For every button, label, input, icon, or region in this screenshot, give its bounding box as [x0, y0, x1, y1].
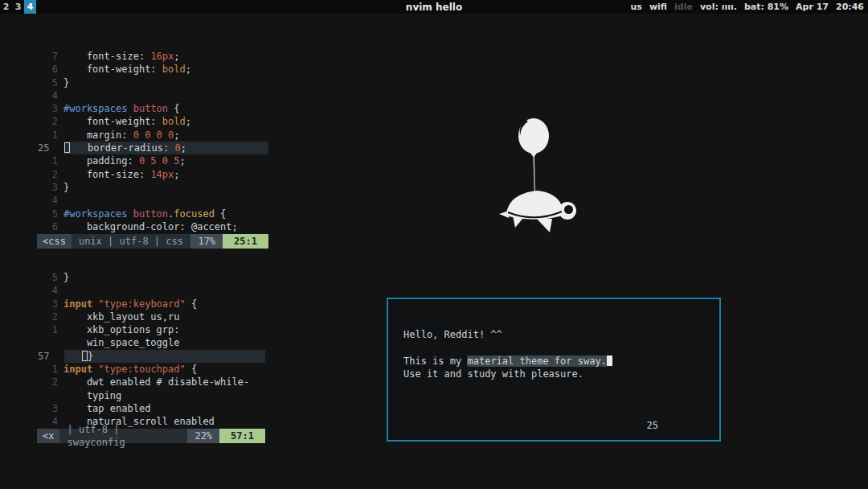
code-text: #workspaces button.focused {: [63, 208, 268, 220]
code-line: 3 tap enabled: [37, 402, 265, 415]
terminal-line-blank: [403, 341, 719, 354]
status-item: bat: 81%: [744, 2, 788, 12]
line-number: [37, 389, 63, 402]
code-line: 1 xkb_options grp:: [37, 323, 265, 336]
code-text: xkb_layout us,ru: [63, 310, 265, 323]
statusline-position: 25:1: [223, 234, 268, 249]
line-number: [37, 336, 63, 349]
statusline-percent: 17%: [190, 234, 223, 249]
line-number: 1: [37, 363, 63, 376]
line-number: 57: [37, 350, 64, 363]
desktop: 234 nvim hello uswifiidlevol: ıııı.bat: …: [0, 0, 868, 489]
code-line: win_space_toggle: [37, 336, 265, 349]
statusline-fileinfo: unix | utf-8 | css: [72, 234, 191, 249]
code-text: }: [63, 271, 265, 284]
code-line: 2 font-weight: bold;: [37, 115, 268, 128]
line-number: 2: [37, 115, 63, 128]
turtle-tail: [499, 211, 509, 218]
code-text: [63, 89, 268, 102]
code-line: 3#workspaces button {: [37, 102, 268, 115]
code-text: xkb_options grp:: [63, 323, 265, 336]
turtle-front-flipper: [535, 217, 552, 232]
code-text: border-radius: 0;: [64, 142, 268, 154]
vim-statusline: <x| utf-8 | swayconfig22%57:1: [37, 429, 265, 443]
code-line: 3input "type:keyboard" {: [37, 298, 265, 310]
code-line: 3}: [37, 181, 268, 194]
line-number: 4: [37, 284, 63, 297]
terminal-count: 25: [647, 420, 658, 431]
code-line: 1 padding: 0 5 0 5;: [37, 154, 268, 167]
code-text: font-weight: bold;: [63, 63, 268, 76]
statusline-position: 57:1: [219, 429, 265, 443]
line2-prefix: This is my: [403, 355, 467, 367]
line-number: 4: [37, 89, 63, 102]
workspace-button-2[interactable]: 2: [0, 0, 12, 14]
code-text: background-color: @accent;: [63, 220, 268, 233]
code-text: [63, 194, 268, 207]
vim-window-css[interactable]: 7 font-size: 16px;6 font-weight: bold;5}…: [37, 50, 268, 249]
terminal-line: This is my material theme for sway.: [403, 355, 719, 368]
line-number: 1: [37, 154, 63, 167]
code-text: font-size: 16px;: [63, 50, 268, 63]
line-number: 6: [37, 63, 63, 76]
code-line: typing: [37, 389, 265, 402]
line-number: 5: [37, 271, 63, 284]
code-text: }: [63, 76, 268, 89]
line-number: 1: [37, 129, 63, 142]
vim-window-swayconfig[interactable]: 5}43input "type:keyboard" {2 xkb_layout …: [37, 271, 265, 443]
line-number: 2: [37, 310, 63, 323]
workspace-button-3[interactable]: 3: [12, 0, 24, 14]
code-line: 5#workspaces button.focused {: [37, 208, 268, 220]
status-item: vol: ıııı.: [700, 2, 737, 12]
code-line: 1input "type:touchpad" {: [37, 363, 265, 376]
turtle-balloon-logo: [482, 107, 587, 240]
code-line: 25 border-radius: 0;: [37, 142, 268, 154]
terminal-cursor: [607, 355, 612, 366]
line-number: 3: [37, 102, 63, 115]
code-line: 6 background-color: @accent;: [37, 220, 268, 233]
code-text: win_space_toggle: [63, 336, 265, 349]
code-line: 6 font-weight: bold;: [37, 63, 268, 76]
statusline-filename: <x: [37, 429, 59, 443]
status-item: Apr 17: [796, 2, 829, 12]
vim-statusline: <cssunix | utf-8 | css17%25:1: [37, 234, 268, 249]
workspace-button-4[interactable]: 4: [24, 0, 36, 14]
code-line: 57 }: [37, 350, 265, 363]
code-text: }: [63, 181, 268, 194]
status-item: wifi: [649, 2, 667, 12]
terminal-content: Hello, Reddit! ^^ This is my material th…: [388, 299, 719, 380]
code-line: 4: [37, 284, 265, 297]
code-line: 7 font-size: 16px;: [37, 50, 268, 63]
code-line: 2 font-size: 14px;: [37, 168, 268, 181]
line-number: 7: [37, 50, 63, 63]
code-text: margin: 0 0 0 0;: [63, 129, 268, 142]
code-line: 5}: [37, 76, 268, 89]
statusline-fileinfo: | utf-8 | swayconfig: [59, 429, 187, 443]
code-text: padding: 0 5 0 5;: [63, 154, 268, 167]
status-item: 20:46: [836, 2, 864, 12]
line-number: 4: [37, 415, 63, 428]
code-text: [63, 284, 265, 297]
line-number: 6: [37, 220, 63, 233]
line-number: 3: [37, 298, 63, 310]
statusline-filename: <css: [37, 234, 72, 249]
vim-cursor: [82, 351, 88, 361]
line-number: 3: [37, 402, 63, 415]
code-line: 1 margin: 0 0 0 0;: [37, 129, 268, 142]
terminal-window[interactable]: Hello, Reddit! ^^ This is my material th…: [387, 298, 721, 442]
code-line: 5}: [37, 271, 265, 284]
code-line: 4: [37, 89, 268, 102]
status-area: uswifiidlevol: ıııı.bat: 81%Apr 1720:46: [624, 2, 868, 12]
statusline-percent: 22%: [187, 429, 219, 443]
line-number: 25: [37, 142, 64, 154]
code-text: dwt enabled # disable-while-: [63, 376, 265, 388]
code-text: typing: [63, 389, 265, 402]
line-number: 2: [37, 168, 63, 181]
code-line: 2 xkb_layout us,ru: [37, 310, 265, 323]
line-number: 1: [37, 323, 63, 336]
code-text: #workspaces button {: [63, 102, 268, 115]
code-text: tap enabled: [63, 402, 265, 415]
code-text: }: [64, 350, 265, 363]
line-number: 2: [37, 376, 63, 388]
balloon-string: [534, 157, 535, 191]
